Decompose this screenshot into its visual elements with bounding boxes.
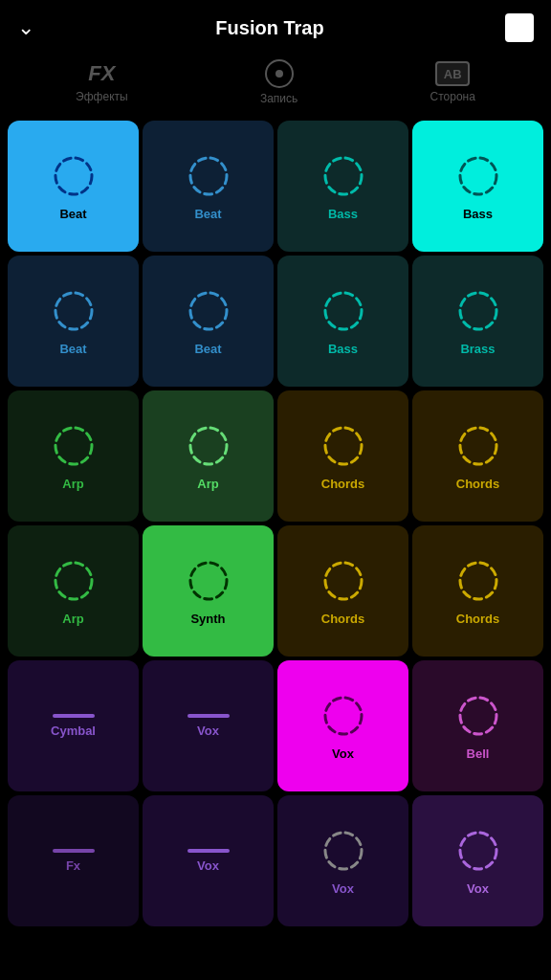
circle-icon <box>49 421 99 471</box>
pad-label: Fx <box>66 858 80 873</box>
pad-16[interactable]: Cymbal <box>8 660 139 791</box>
record-label: Запись <box>260 92 298 105</box>
circle-icon <box>319 421 368 471</box>
dash-icon <box>187 714 230 718</box>
pad-label: Chords <box>456 477 500 491</box>
pad-label: Vox <box>467 881 489 896</box>
pad-21[interactable]: Vox <box>143 795 274 926</box>
dash-icon <box>53 849 95 853</box>
chevron-down-icon[interactable]: ⌄ <box>17 15 34 40</box>
pad-label: Cymbal <box>51 724 96 738</box>
pad-17[interactable]: Vox <box>143 660 274 791</box>
pad-label: Arp <box>62 477 83 491</box>
pad-11[interactable]: Chords <box>412 390 543 522</box>
circle-icon <box>453 691 503 741</box>
svg-point-7 <box>460 293 496 329</box>
svg-point-6 <box>325 293 362 329</box>
ab-icon: AB <box>435 61 470 86</box>
circle-icon <box>453 421 503 471</box>
grid: BeatBeatBassBassBeatBeatBassBrassArpArpC… <box>4 117 547 930</box>
svg-point-4 <box>55 293 92 329</box>
pad-label: Bass <box>328 342 358 356</box>
record-icon <box>265 59 294 88</box>
pad-14[interactable]: Chords <box>277 525 408 657</box>
circle-icon <box>319 286 368 336</box>
fx-label: Эффекты <box>76 90 128 103</box>
pad-label: Beat <box>59 342 86 356</box>
pad-label: Brass <box>460 342 495 356</box>
svg-point-19 <box>460 833 496 869</box>
pad-4[interactable]: Beat <box>8 256 139 387</box>
pad-7[interactable]: Brass <box>412 256 543 387</box>
fx-icon: FX <box>88 61 115 86</box>
svg-point-14 <box>325 563 362 599</box>
circle-icon <box>184 286 233 336</box>
pad-grid: BeatBeatBassBassBeatBeatBassBrassArpArpC… <box>0 115 551 934</box>
circle-icon <box>319 826 368 876</box>
pad-label: Chords <box>321 612 365 626</box>
pad-2[interactable]: Bass <box>277 121 408 252</box>
svg-point-8 <box>55 428 92 464</box>
svg-point-15 <box>460 563 496 599</box>
pad-label: Synth <box>190 612 225 626</box>
circle-icon <box>453 826 503 876</box>
pad-10[interactable]: Chords <box>277 390 408 522</box>
circle-icon <box>184 151 233 201</box>
svg-point-3 <box>460 158 496 194</box>
svg-point-9 <box>190 428 227 464</box>
svg-point-13 <box>190 563 227 599</box>
pad-label: Bass <box>463 207 493 221</box>
svg-point-10 <box>325 428 362 464</box>
circle-icon <box>49 556 99 606</box>
header: ⌄ Fusion Trap <box>0 0 551 52</box>
page-title: Fusion Trap <box>215 17 323 39</box>
svg-point-2 <box>325 158 362 194</box>
svg-point-18 <box>325 833 362 869</box>
svg-point-5 <box>190 293 227 329</box>
toolbar-record[interactable]: Запись <box>260 59 298 105</box>
circle-icon <box>184 556 233 606</box>
pad-1[interactable]: Beat <box>143 121 274 252</box>
side-label: Сторона <box>430 90 475 103</box>
pad-13[interactable]: Synth <box>143 525 274 657</box>
pad-12[interactable]: Arp <box>8 525 139 657</box>
svg-point-12 <box>55 563 92 599</box>
svg-point-0 <box>55 158 92 194</box>
pad-label: Beat <box>194 342 221 356</box>
circle-icon <box>453 151 503 201</box>
square-button[interactable] <box>505 13 534 42</box>
pad-20[interactable]: Fx <box>8 795 139 926</box>
pad-label: Vox <box>332 746 354 761</box>
pad-6[interactable]: Bass <box>277 256 408 387</box>
pad-3[interactable]: Bass <box>412 121 543 252</box>
pad-15[interactable]: Chords <box>412 525 543 657</box>
pad-label: Arp <box>197 477 218 491</box>
pad-8[interactable]: Arp <box>8 390 139 522</box>
pad-label: Chords <box>321 477 365 491</box>
toolbar-fx[interactable]: FX Эффекты <box>76 61 128 103</box>
circle-icon <box>319 691 368 741</box>
pad-label: Beat <box>59 207 86 221</box>
dash-icon <box>53 714 95 718</box>
svg-point-16 <box>325 698 362 734</box>
circle-icon <box>49 151 99 201</box>
pad-5[interactable]: Beat <box>143 256 274 387</box>
pad-label: Beat <box>194 207 221 221</box>
pad-label: Vox <box>197 858 219 873</box>
pad-19[interactable]: Bell <box>412 660 543 791</box>
circle-icon <box>319 151 368 201</box>
pad-label: Vox <box>197 724 219 738</box>
circle-icon <box>184 421 233 471</box>
pad-label: Chords <box>456 612 500 626</box>
svg-point-11 <box>460 428 496 464</box>
pad-23[interactable]: Vox <box>412 795 543 926</box>
pad-9[interactable]: Arp <box>143 390 274 522</box>
pad-label: Bass <box>328 207 358 221</box>
toolbar: FX Эффекты Запись AB Сторона <box>0 52 551 115</box>
pad-22[interactable]: Vox <box>277 795 408 926</box>
pad-label: Vox <box>332 881 354 896</box>
pad-label: Bell <box>467 746 490 761</box>
toolbar-side[interactable]: AB Сторона <box>430 61 475 103</box>
pad-18[interactable]: Vox <box>277 660 408 791</box>
pad-0[interactable]: Beat <box>8 121 139 252</box>
